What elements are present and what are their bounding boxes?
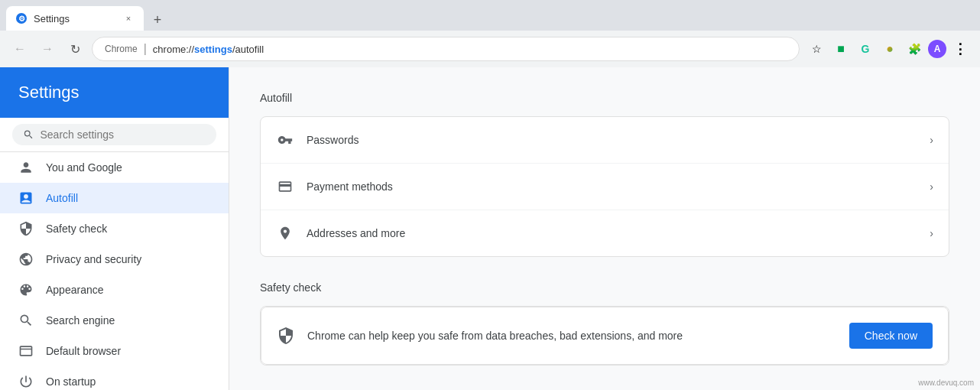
addresses-label: Addresses and more: [307, 227, 917, 239]
browser-window: ⚙ Settings × + ← → ↻ Chrome | chrome://s…: [0, 0, 980, 390]
address-separator: |: [144, 42, 147, 56]
payment-methods-item[interactable]: Payment methods ›: [261, 164, 949, 210]
main-content: Autofill Passwords › Payment methods ›: [229, 67, 980, 390]
safety-check-card: Chrome can help keep you safe from data …: [260, 306, 949, 366]
kaspersky-icon[interactable]: ■: [830, 38, 852, 60]
tab-title: Settings: [34, 13, 116, 24]
sidebar-item-default-browser[interactable]: Default browser: [0, 336, 229, 366]
sidebar-item-search-engine[interactable]: Search engine: [0, 305, 229, 336]
reload-button[interactable]: ↻: [64, 38, 86, 60]
autofill-card: Passwords › Payment methods › Addresses …: [260, 116, 949, 257]
search-engine-icon: [18, 313, 34, 328]
payment-chevron: ›: [930, 180, 933, 193]
autofill-section-title: Autofill: [260, 92, 949, 104]
menu-icon[interactable]: ⋮: [949, 38, 971, 60]
person-icon: [18, 160, 34, 175]
tab-bar: ⚙ Settings × +: [0, 0, 980, 31]
passwords-chevron: ›: [930, 134, 933, 146]
settings-page: Settings You and Google Aut: [0, 67, 980, 390]
sidebar-label-on-startup: On startup: [46, 375, 96, 388]
safety-check-description: Chrome can help keep you safe from data …: [307, 330, 837, 342]
grammarly-icon[interactable]: G: [855, 38, 876, 60]
extensions-icon[interactable]: 🧩: [904, 38, 925, 60]
key-icon: [276, 131, 294, 149]
url-subpath: /autofill: [232, 44, 264, 55]
sidebar-label-you-and-google: You and Google: [46, 161, 122, 174]
location-icon: [276, 224, 294, 242]
search-input[interactable]: [41, 128, 206, 141]
sidebar-label-safety-check: Safety check: [46, 223, 107, 235]
url-path: settings: [194, 44, 232, 55]
addresses-chevron: ›: [930, 227, 933, 239]
sidebar-item-autofill[interactable]: Autofill: [0, 183, 229, 213]
sidebar-item-privacy-security[interactable]: Privacy and security: [0, 244, 229, 275]
sidebar-item-on-startup[interactable]: On startup: [0, 366, 229, 390]
sidebar-label-default-browser: Default browser: [46, 345, 121, 357]
security-indicator: Chrome: [105, 44, 138, 54]
palette-icon: [18, 282, 34, 297]
search-bar[interactable]: [12, 124, 216, 145]
safety-check-content: Chrome can help keep you safe from data …: [261, 307, 949, 365]
shield-icon: [18, 221, 34, 236]
watermark: www.devuq.com: [918, 379, 974, 387]
search-icon: [23, 128, 34, 141]
sidebar-label-privacy-security: Privacy and security: [46, 253, 141, 265]
sidebar-item-safety-check[interactable]: Safety check: [0, 213, 229, 244]
toolbar-icons: ☆ ■ G ● 🧩 A ⋮: [806, 38, 971, 60]
theme-icon[interactable]: ●: [879, 38, 900, 60]
safety-check-section-title: Safety check: [260, 281, 949, 294]
safety-shield-icon: [277, 327, 295, 345]
settings-title: Settings: [18, 83, 80, 102]
address-bar[interactable]: Chrome | chrome://settings/autofill: [92, 37, 800, 61]
addresses-item[interactable]: Addresses and more ›: [261, 210, 949, 256]
sidebar-header: Settings: [0, 67, 229, 118]
bookmark-icon[interactable]: ☆: [806, 38, 827, 60]
user-avatar[interactable]: A: [928, 40, 946, 58]
sidebar-item-appearance[interactable]: Appearance: [0, 275, 229, 305]
back-button[interactable]: ←: [9, 38, 31, 60]
svg-text:⚙: ⚙: [18, 15, 25, 23]
globe-shield-icon: [18, 252, 34, 267]
autofill-icon: [18, 190, 34, 206]
sidebar-label-search-engine: Search engine: [46, 314, 115, 327]
nav-bar: ← → ↻ Chrome | chrome://settings/autofil…: [0, 31, 980, 67]
search-container: [0, 118, 229, 152]
tab-close-button[interactable]: ×: [122, 12, 135, 24]
url-protocol: chrome://: [153, 44, 194, 55]
sidebar-label-autofill: Autofill: [46, 192, 78, 204]
sidebar-item-you-and-google[interactable]: You and Google: [0, 152, 229, 183]
browser-chrome: ⚙ Settings × + ← → ↻ Chrome | chrome://s…: [0, 0, 980, 67]
new-tab-button[interactable]: +: [147, 9, 168, 31]
passwords-label: Passwords: [307, 134, 917, 146]
address-url: chrome://settings/autofill: [153, 44, 264, 55]
check-now-button[interactable]: Check now: [849, 323, 933, 349]
payment-methods-label: Payment methods: [307, 180, 917, 193]
browser-icon: [18, 343, 34, 359]
forward-button[interactable]: →: [37, 38, 58, 60]
sidebar-label-appearance: Appearance: [46, 284, 104, 296]
passwords-item[interactable]: Passwords ›: [261, 117, 949, 164]
tab-favicon: ⚙: [15, 12, 28, 24]
power-icon: [18, 374, 34, 389]
credit-card-icon: [276, 177, 294, 196]
sidebar: Settings You and Google Aut: [0, 67, 229, 390]
active-tab[interactable]: ⚙ Settings ×: [6, 6, 144, 31]
